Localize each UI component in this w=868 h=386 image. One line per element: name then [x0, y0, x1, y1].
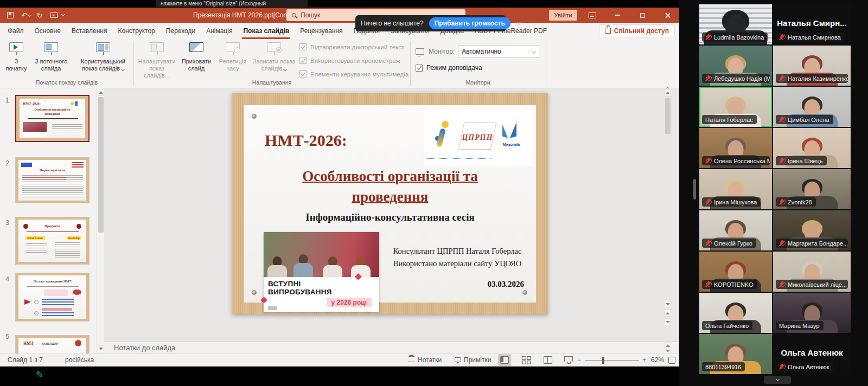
- save-icon[interactable]: [4, 10, 16, 20]
- thumb3-right-col: На вибір: [67, 236, 81, 240]
- close-button[interactable]: [656, 8, 678, 23]
- participant-name-label: Миколаївський ліце...: [776, 280, 848, 289]
- slideshow-qat-icon[interactable]: [48, 10, 60, 20]
- slide-thumbnail-2[interactable]: Нормативні акти: [15, 157, 90, 203]
- group-label: Налаштування: [133, 79, 410, 86]
- slideshow-view-button[interactable]: [564, 356, 573, 362]
- screen: нажмите в меню "Original size" (Исходный…: [0, 0, 868, 386]
- group-label: Монітори: [410, 79, 546, 86]
- monitor-select[interactable]: Автоматично: [458, 46, 539, 57]
- muted-mic-icon: [705, 34, 711, 41]
- monitor-label: Монітор:: [429, 48, 455, 55]
- slide-thumbnail-1[interactable]: НМТ-2026: Особливості організації та про…: [15, 95, 90, 142]
- participant-name-label: Ірина Мішукова: [702, 197, 761, 207]
- slide-title: Особливості організації та проведення: [244, 166, 536, 207]
- annotation-pencil-icon[interactable]: ✎: [34, 369, 46, 381]
- participant-tile-5[interactable]: Цимбал Олена: [773, 87, 851, 127]
- more-participants-button[interactable]: [764, 376, 791, 384]
- zoom-slider-thumb[interactable]: [602, 357, 604, 364]
- participant-tile-13[interactable]: Миколаївський ліце...: [773, 252, 851, 292]
- slide-sorter-view-button[interactable]: [522, 356, 531, 364]
- ribbon-button-record-show: Записати показслайдів: [251, 40, 297, 79]
- slide-canvas[interactable]: НМТ-2026: ЦПРПП Миколаїв Особливості орг…: [232, 93, 548, 314]
- notes-pane[interactable]: Нотатки до слайда: [104, 342, 679, 353]
- thumb2-title: Нормативні акти: [16, 169, 89, 172]
- participant-tile-3[interactable]: Наталия Казимиренко: [773, 46, 851, 86]
- tab-7[interactable]: Рецензування: [295, 23, 348, 39]
- setup-show-icon: [148, 41, 165, 56]
- thumb5-brand: НМТ: [23, 341, 34, 346]
- participant-name-label: 88011394916: [702, 362, 745, 371]
- thumbnail-scrollbar[interactable]: [97, 88, 104, 353]
- ribbon-display-options-icon[interactable]: [582, 8, 603, 23]
- ribbon-button-show-current[interactable]: З поточногослайда: [31, 40, 71, 79]
- participant-tile-15[interactable]: Марина Мазур: [773, 293, 851, 333]
- increase-volume-button[interactable]: Прибавить громкость: [429, 17, 510, 29]
- slide-thumbnail-panel: 1 НМТ-2026: Особливості організації та п…: [0, 88, 104, 353]
- participant-tile-0[interactable]: Ludmila Bazovkina: [699, 4, 772, 44]
- participant-tile-11[interactable]: Маргарита Бондаре...: [773, 210, 851, 250]
- presenter-mode-checkbox[interactable]: Режим доповідача: [416, 64, 482, 72]
- tab-6[interactable]: Показ слайдів: [238, 23, 295, 39]
- slide-photo: ВСТУПНІ ВИПРОБУВАННЯ у 2026 році: [264, 232, 379, 312]
- hide-slide-icon: [188, 41, 205, 56]
- tab-2[interactable]: Вставлення: [66, 23, 113, 39]
- minimize-button[interactable]: [607, 8, 628, 23]
- participant-name-label: Zvonik28: [776, 197, 816, 207]
- status-bar: Слайд 1 з 7 російська Нотатки Примітки −…: [0, 353, 679, 366]
- tab-5[interactable]: Анімація: [201, 23, 238, 39]
- participant-tile-8[interactable]: Ірина Мішукова: [699, 169, 772, 209]
- tab-0[interactable]: Файл: [2, 23, 29, 39]
- zoom-in-button[interactable]: +: [642, 354, 646, 366]
- qat-customize-icon[interactable]: [62, 13, 65, 16]
- share-button[interactable]: Спільний доступ: [599, 24, 675, 37]
- sailboat-icon: Миколаїв: [497, 119, 526, 157]
- slide-thumbnail-3[interactable]: Предмети Обов'язкові На вибір: [15, 217, 90, 265]
- tab-4[interactable]: Переходи: [161, 23, 201, 39]
- participant-tile-4[interactable]: Наталя Гоберлас: [699, 87, 772, 127]
- language-indicator[interactable]: російська: [65, 354, 94, 366]
- notes-scrollbar[interactable]: [664, 342, 672, 353]
- ribbon-button-setup-show: Налаштуватипоказ слайдів...: [136, 40, 178, 79]
- sign-in-button[interactable]: Увійти: [549, 10, 577, 21]
- main-scrollbar[interactable]: [664, 89, 672, 342]
- zoom-out-button[interactable]: −: [577, 354, 581, 366]
- ribbon-button-show-start[interactable]: Зпочатку: [3, 40, 29, 79]
- ribbon-button-rehearse: Репетиціячасу: [216, 40, 250, 79]
- thumb3-title: Предмети: [16, 224, 89, 228]
- panel-scrollbar-thumb[interactable]: [693, 179, 696, 200]
- zoom-percent[interactable]: 62%: [651, 354, 664, 366]
- participant-tile-17[interactable]: Ольга АвтенюкОльга Автенюк: [773, 334, 851, 374]
- muted-mic-icon: [705, 199, 711, 205]
- participant-name-label: Наталия Казимиренко: [776, 74, 848, 83]
- tab-1[interactable]: Основне: [29, 23, 66, 39]
- participant-tile-6[interactable]: Олена Россинська М...: [699, 128, 772, 168]
- next-slide-button[interactable]: [665, 318, 671, 325]
- participant-tile-7[interactable]: Ірина Швець: [773, 128, 851, 168]
- notification-close-icon[interactable]: ×: [517, 20, 521, 28]
- participant-tile-2[interactable]: Лебедушко Надія (М...: [699, 46, 772, 86]
- comments-toggle[interactable]: Примітки: [455, 354, 491, 366]
- participant-tile-14[interactable]: Ольга Гайченко: [699, 293, 772, 333]
- participant-tile-12[interactable]: KOPOTIENKO: [699, 252, 772, 292]
- restore-button[interactable]: [631, 8, 653, 23]
- zoom-slider-track[interactable]: [585, 360, 639, 361]
- redo-icon[interactable]: ↻: [34, 10, 46, 20]
- participant-tile-16[interactable]: 88011394916: [699, 334, 772, 374]
- participant-tile-10[interactable]: Олексій Гурко: [699, 210, 772, 250]
- thumb1-line1: Особливості організації та: [16, 108, 88, 111]
- tab-3[interactable]: Конструктор: [112, 23, 160, 39]
- ribbon-button-custom-show[interactable]: Користувацькийпоказ слайдів: [73, 40, 133, 79]
- normal-view-button[interactable]: [500, 356, 509, 364]
- notes-toggle[interactable]: Нотатки: [408, 354, 442, 366]
- slide-thumbnail-5[interactable]: НМТ КАЛЕНДАР: [15, 335, 90, 353]
- ribbon-button-hide-slide[interactable]: Приховатислайд: [179, 40, 214, 79]
- undo-icon[interactable]: ↶: [18, 10, 30, 20]
- slide-thumbnail-4[interactable]: По часу проведення НМТ: [15, 273, 90, 321]
- previous-slide-button[interactable]: [665, 310, 671, 317]
- participant-tile-1[interactable]: Наталья Смирн...Наталья Смирнова: [773, 4, 851, 44]
- record-show-icon: [265, 41, 283, 56]
- reading-view-button[interactable]: [544, 356, 552, 364]
- fit-slide-button[interactable]: [668, 357, 675, 364]
- participant-tile-9[interactable]: Zvonik28: [773, 169, 851, 209]
